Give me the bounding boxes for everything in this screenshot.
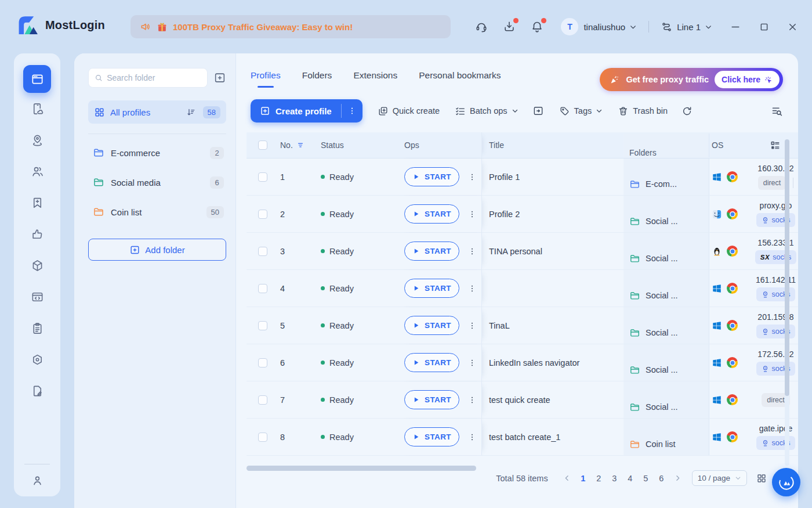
nav-api[interactable] bbox=[14, 281, 60, 312]
folder-plus-icon bbox=[129, 244, 140, 255]
row-checkbox[interactable] bbox=[258, 210, 267, 219]
row-menu-button[interactable] bbox=[467, 358, 477, 368]
nav-settings[interactable] bbox=[14, 344, 60, 375]
line-selector[interactable]: Line 1 bbox=[677, 22, 701, 32]
page-3[interactable]: 3 bbox=[607, 474, 622, 483]
nav-account[interactable] bbox=[31, 474, 44, 487]
start-button[interactable]: START bbox=[404, 242, 459, 261]
page-6[interactable]: 6 bbox=[654, 474, 669, 483]
avatar[interactable]: T bbox=[561, 18, 578, 35]
folder-search[interactable] bbox=[88, 68, 208, 88]
bell-icon[interactable] bbox=[531, 20, 543, 33]
start-button[interactable]: START bbox=[404, 279, 459, 298]
tags-button[interactable]: Tags bbox=[559, 106, 603, 117]
vertical-scrollbar[interactable] bbox=[785, 139, 789, 466]
start-button[interactable]: START bbox=[404, 316, 459, 335]
row-menu-button[interactable] bbox=[467, 321, 477, 330]
row-checkbox[interactable] bbox=[258, 247, 267, 256]
row-menu-icon bbox=[467, 395, 477, 405]
move-to-folder-button[interactable] bbox=[532, 105, 544, 117]
header-folders: Folders bbox=[629, 148, 657, 157]
select-all-checkbox[interactable] bbox=[258, 140, 267, 150]
minimize-button[interactable] bbox=[730, 21, 741, 33]
trash-bin-button[interactable]: Trash bin bbox=[618, 106, 668, 117]
folder-item-coin-list[interactable]: Coin list 50 bbox=[88, 201, 226, 223]
user-chevron-down-icon[interactable] bbox=[629, 23, 637, 31]
tab-folders[interactable]: Folders bbox=[302, 70, 332, 86]
row-checkbox[interactable] bbox=[258, 433, 267, 442]
row-menu-button[interactable] bbox=[467, 433, 477, 442]
start-button[interactable]: START bbox=[404, 204, 459, 224]
line-chevron-down-icon[interactable] bbox=[705, 23, 712, 31]
row-checkbox[interactable] bbox=[258, 395, 267, 405]
start-button[interactable]: START bbox=[404, 353, 459, 372]
nav-logs[interactable] bbox=[14, 312, 60, 344]
page-5[interactable]: 5 bbox=[638, 474, 654, 483]
maximize-button[interactable] bbox=[759, 21, 770, 33]
nav-team-members[interactable] bbox=[14, 156, 60, 187]
column-settings-icon[interactable] bbox=[770, 140, 781, 151]
row-menu-button[interactable] bbox=[467, 247, 477, 256]
nav-cloud-phone[interactable] bbox=[14, 93, 60, 124]
tab-personal-bookmarks[interactable]: Personal bookmarks bbox=[419, 70, 501, 86]
create-profile-button[interactable]: Create profile bbox=[251, 99, 362, 123]
row-number: 2 bbox=[280, 210, 285, 219]
nav-drafts[interactable] bbox=[14, 375, 60, 406]
prev-page-button[interactable] bbox=[559, 474, 575, 482]
no-sort-icon[interactable] bbox=[296, 141, 304, 149]
row-menu-button[interactable] bbox=[467, 284, 477, 293]
row-menu-button[interactable] bbox=[467, 210, 477, 219]
announcement-banner[interactable]: 100TB Proxy Traffic Giveaway: Easy to wi… bbox=[130, 15, 451, 38]
nav-browser-profiles[interactable] bbox=[23, 65, 51, 93]
row-checkbox[interactable] bbox=[258, 284, 267, 293]
start-button[interactable]: START bbox=[404, 390, 459, 409]
add-folder-button[interactable]: Add folder bbox=[88, 239, 226, 261]
table-row: 6ReadySTARTLinkedIn sales navigatorSocia… bbox=[246, 344, 798, 381]
proxy-badge-socks: socks bbox=[756, 325, 796, 338]
nav-bookmarks[interactable] bbox=[14, 187, 60, 218]
close-button[interactable] bbox=[787, 21, 798, 33]
row-menu-button[interactable] bbox=[467, 395, 477, 405]
status-dot bbox=[321, 286, 325, 290]
page-4[interactable]: 4 bbox=[622, 474, 638, 483]
row-menu-button[interactable] bbox=[467, 172, 477, 182]
support-fab-button[interactable] bbox=[772, 468, 800, 496]
folder-item-social-media[interactable]: Social media 6 bbox=[88, 171, 226, 193]
quick-create-button[interactable]: Quick create bbox=[378, 106, 440, 117]
promo-banner[interactable]: Get free proxy traffic Click here bbox=[600, 68, 783, 91]
view-toggle-icon[interactable] bbox=[756, 473, 767, 484]
sort-icon[interactable] bbox=[186, 107, 196, 117]
status-dot bbox=[321, 212, 325, 216]
refresh-button[interactable] bbox=[682, 106, 693, 117]
folder-icon bbox=[629, 402, 640, 413]
all-profiles-item[interactable]: All profiles 58 bbox=[88, 100, 226, 124]
page-2[interactable]: 2 bbox=[591, 474, 607, 483]
page-size-select[interactable]: 10 / page bbox=[692, 470, 747, 486]
start-button[interactable]: START bbox=[404, 427, 459, 446]
create-profile-more-button[interactable] bbox=[342, 106, 362, 116]
page-1[interactable]: 1 bbox=[575, 474, 591, 483]
row-checkbox[interactable] bbox=[258, 358, 267, 368]
row-checkbox[interactable] bbox=[258, 172, 267, 182]
batch-ops-button[interactable]: Batch ops bbox=[455, 106, 519, 117]
nav-proxy-location[interactable] bbox=[14, 124, 60, 156]
add-folder-icon-button[interactable] bbox=[213, 71, 226, 84]
tab-extensions[interactable]: Extensions bbox=[353, 70, 397, 86]
promo-cta-button[interactable]: Click here bbox=[715, 71, 780, 88]
folder-search-input[interactable] bbox=[107, 73, 201, 82]
next-page-button[interactable] bbox=[669, 474, 686, 482]
user-name[interactable]: tinaliushuo bbox=[583, 22, 625, 32]
horizontal-scrollbar-thumb[interactable] bbox=[246, 466, 476, 471]
start-button[interactable]: START bbox=[404, 167, 459, 186]
tab-profiles[interactable]: Profiles bbox=[251, 70, 281, 86]
folder-item-ecommerce[interactable]: E-commerce 2 bbox=[88, 142, 226, 164]
nav-apps[interactable] bbox=[14, 250, 60, 281]
download-icon[interactable] bbox=[503, 20, 516, 33]
vertical-scrollbar-thumb[interactable] bbox=[785, 139, 789, 396]
nav-recommend[interactable] bbox=[14, 218, 60, 250]
filter-search-button[interactable] bbox=[771, 105, 783, 117]
promo-cta-label: Click here bbox=[722, 75, 760, 84]
clipboard-icon bbox=[31, 322, 44, 335]
row-checkbox[interactable] bbox=[258, 321, 267, 330]
support-icon[interactable] bbox=[475, 20, 488, 33]
